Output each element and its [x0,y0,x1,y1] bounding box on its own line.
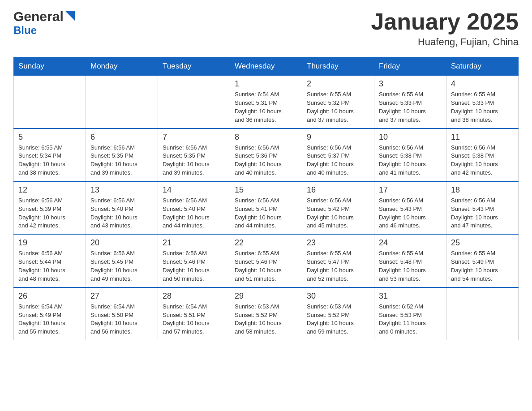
day-number: 9 [307,133,369,142]
calendar-cell: 24Sunrise: 6:55 AM Sunset: 5:48 PM Dayli… [374,234,446,287]
calendar-week-row: 5Sunrise: 6:55 AM Sunset: 5:34 PM Daylig… [14,128,519,181]
day-info: Sunrise: 6:56 AM Sunset: 5:38 PM Dayligh… [379,144,442,177]
logo-general-text: General [13,9,64,24]
day-info: Sunrise: 6:56 AM Sunset: 5:41 PM Dayligh… [235,197,297,230]
calendar-week-row: 12Sunrise: 6:56 AM Sunset: 5:39 PM Dayli… [14,181,519,234]
day-info: Sunrise: 6:56 AM Sunset: 5:40 PM Dayligh… [90,197,153,230]
logo: General Blue [13,9,75,37]
calendar-body: 1Sunrise: 6:54 AM Sunset: 5:31 PM Daylig… [14,76,519,340]
day-number: 31 [379,291,442,301]
day-number: 30 [307,291,369,301]
day-number: 5 [18,133,81,142]
page-subtitle: Huafeng, Fujian, China [371,36,519,48]
day-info: Sunrise: 6:56 AM Sunset: 5:40 PM Dayligh… [163,197,225,230]
calendar-cell: 9Sunrise: 6:56 AM Sunset: 5:37 PM Daylig… [302,128,374,181]
day-info: Sunrise: 6:56 AM Sunset: 5:43 PM Dayligh… [451,197,514,230]
day-info: Sunrise: 6:56 AM Sunset: 5:42 PM Dayligh… [307,197,369,230]
day-number: 15 [235,185,297,195]
day-info: Sunrise: 6:55 AM Sunset: 5:49 PM Dayligh… [451,249,514,283]
day-info: Sunrise: 6:56 AM Sunset: 5:39 PM Dayligh… [18,197,81,230]
calendar-cell: 6Sunrise: 6:56 AM Sunset: 5:35 PM Daylig… [86,128,158,181]
day-info: Sunrise: 6:56 AM Sunset: 5:43 PM Dayligh… [379,197,442,230]
calendar-cell: 20Sunrise: 6:56 AM Sunset: 5:45 PM Dayli… [86,234,158,287]
calendar-cell [86,76,158,128]
day-info: Sunrise: 6:56 AM Sunset: 5:44 PM Dayligh… [18,249,81,283]
calendar-cell: 26Sunrise: 6:54 AM Sunset: 5:49 PM Dayli… [14,287,86,340]
day-info: Sunrise: 6:54 AM Sunset: 5:51 PM Dayligh… [163,303,225,336]
day-info: Sunrise: 6:54 AM Sunset: 5:50 PM Dayligh… [90,303,153,336]
calendar-cell: 12Sunrise: 6:56 AM Sunset: 5:39 PM Dayli… [14,181,86,234]
day-info: Sunrise: 6:56 AM Sunset: 5:38 PM Dayligh… [451,144,514,177]
calendar-cell: 30Sunrise: 6:53 AM Sunset: 5:52 PM Dayli… [302,287,374,340]
day-number: 17 [379,185,442,195]
calendar-day-header: Friday [374,57,446,76]
day-number: 16 [307,185,369,195]
day-number: 29 [235,291,297,301]
day-info: Sunrise: 6:55 AM Sunset: 5:47 PM Dayligh… [307,249,369,283]
day-number: 25 [451,238,514,248]
calendar-week-row: 19Sunrise: 6:56 AM Sunset: 5:44 PM Dayli… [14,234,519,287]
day-number: 6 [90,133,153,142]
day-number: 23 [307,238,369,248]
logo-triangle-icon [65,11,75,21]
calendar-cell: 27Sunrise: 6:54 AM Sunset: 5:50 PM Dayli… [86,287,158,340]
calendar-week-row: 1Sunrise: 6:54 AM Sunset: 5:31 PM Daylig… [14,76,519,128]
calendar-cell: 21Sunrise: 6:56 AM Sunset: 5:46 PM Dayli… [158,234,230,287]
day-number: 10 [379,133,442,142]
day-number: 26 [18,291,81,301]
day-info: Sunrise: 6:56 AM Sunset: 5:46 PM Dayligh… [163,249,225,283]
day-number: 22 [235,238,297,248]
calendar-cell: 5Sunrise: 6:55 AM Sunset: 5:34 PM Daylig… [14,128,86,181]
day-info: Sunrise: 6:56 AM Sunset: 5:45 PM Dayligh… [90,249,153,283]
calendar-cell: 18Sunrise: 6:56 AM Sunset: 5:43 PM Dayli… [446,181,519,234]
day-info: Sunrise: 6:52 AM Sunset: 5:53 PM Dayligh… [379,303,442,336]
day-number: 18 [451,185,514,195]
header-row: SundayMondayTuesdayWednesdayThursdayFrid… [14,57,519,76]
day-number: 12 [18,185,81,195]
svg-marker-0 [65,11,75,21]
calendar-cell: 28Sunrise: 6:54 AM Sunset: 5:51 PM Dayli… [158,287,230,340]
calendar-header: SundayMondayTuesdayWednesdayThursdayFrid… [14,57,519,76]
calendar-cell: 14Sunrise: 6:56 AM Sunset: 5:40 PM Dayli… [158,181,230,234]
calendar-cell: 31Sunrise: 6:52 AM Sunset: 5:53 PM Dayli… [374,287,446,340]
calendar-cell [158,76,230,128]
day-number: 21 [163,238,225,248]
day-info: Sunrise: 6:53 AM Sunset: 5:52 PM Dayligh… [307,303,369,336]
day-number: 1 [235,79,297,89]
calendar-cell: 13Sunrise: 6:56 AM Sunset: 5:40 PM Dayli… [86,181,158,234]
day-number: 13 [90,185,153,195]
day-info: Sunrise: 6:55 AM Sunset: 5:48 PM Dayligh… [379,249,442,283]
calendar-cell: 19Sunrise: 6:56 AM Sunset: 5:44 PM Dayli… [14,234,86,287]
calendar-cell: 17Sunrise: 6:56 AM Sunset: 5:43 PM Dayli… [374,181,446,234]
day-number: 11 [451,133,514,142]
calendar-cell: 4Sunrise: 6:55 AM Sunset: 5:33 PM Daylig… [446,76,519,128]
day-info: Sunrise: 6:54 AM Sunset: 5:31 PM Dayligh… [235,90,297,124]
day-info: Sunrise: 6:53 AM Sunset: 5:52 PM Dayligh… [235,303,297,336]
day-info: Sunrise: 6:55 AM Sunset: 5:34 PM Dayligh… [18,144,81,177]
calendar-cell: 23Sunrise: 6:55 AM Sunset: 5:47 PM Dayli… [302,234,374,287]
calendar-day-header: Monday [86,57,158,76]
day-number: 20 [90,238,153,248]
day-info: Sunrise: 6:55 AM Sunset: 5:32 PM Dayligh… [307,90,369,124]
day-number: 8 [235,133,297,142]
calendar-week-row: 26Sunrise: 6:54 AM Sunset: 5:49 PM Dayli… [14,287,519,340]
calendar-day-header: Sunday [14,57,86,76]
day-number: 3 [379,79,442,89]
calendar-cell: 25Sunrise: 6:55 AM Sunset: 5:49 PM Dayli… [446,234,519,287]
calendar-cell: 8Sunrise: 6:56 AM Sunset: 5:36 PM Daylig… [230,128,302,181]
day-number: 2 [307,79,369,89]
calendar-day-header: Tuesday [158,57,230,76]
calendar-cell: 29Sunrise: 6:53 AM Sunset: 5:52 PM Dayli… [230,287,302,340]
calendar-day-header: Saturday [446,57,519,76]
day-number: 7 [163,133,225,142]
day-info: Sunrise: 6:55 AM Sunset: 5:46 PM Dayligh… [235,249,297,283]
calendar-day-header: Wednesday [230,57,302,76]
day-info: Sunrise: 6:55 AM Sunset: 5:33 PM Dayligh… [379,90,442,124]
day-number: 28 [163,291,225,301]
calendar-cell [14,76,86,128]
day-info: Sunrise: 6:54 AM Sunset: 5:49 PM Dayligh… [18,303,81,336]
calendar-cell: 3Sunrise: 6:55 AM Sunset: 5:33 PM Daylig… [374,76,446,128]
calendar-cell: 7Sunrise: 6:56 AM Sunset: 5:35 PM Daylig… [158,128,230,181]
calendar-cell: 11Sunrise: 6:56 AM Sunset: 5:38 PM Dayli… [446,128,519,181]
calendar-cell: 16Sunrise: 6:56 AM Sunset: 5:42 PM Dayli… [302,181,374,234]
